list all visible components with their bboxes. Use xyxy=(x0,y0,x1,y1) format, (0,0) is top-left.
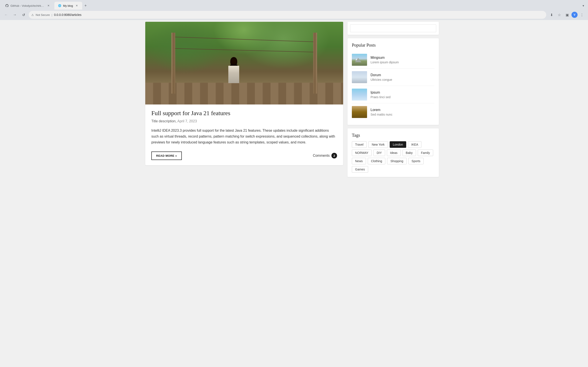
popular-post-2-desc: Praes tinci sed xyxy=(371,95,391,99)
tag-norway[interactable]: NORWAY xyxy=(352,150,372,156)
article-title: Full support for Java 21 features xyxy=(151,110,337,117)
myblog-favicon: 🌐 xyxy=(58,4,61,7)
url-bar[interactable]: ⚠ Not Secure | 0.0.0.0:8080/articles xyxy=(29,11,546,19)
reload-button[interactable]: ↺ xyxy=(20,11,27,18)
popular-post-3-desc: Sed mattis nunc xyxy=(371,113,392,116)
download-button[interactable]: ⬇ xyxy=(548,11,555,18)
search-input[interactable] xyxy=(350,24,436,32)
security-warning-icon: ⚠ xyxy=(31,13,34,17)
article-hero-image xyxy=(145,22,343,104)
read-more-button[interactable]: READ MORE » xyxy=(151,151,182,160)
forward-button[interactable]: → xyxy=(11,11,18,18)
sidebar: Popular Posts Mingsum Lorem ipsum dipsum xyxy=(347,22,439,177)
tag-games[interactable]: Games xyxy=(352,166,368,173)
tab-bar: GitHub - VolodyaVechirko/Blo... ✕ 🌐 My b… xyxy=(0,0,588,9)
tab-myblog[interactable]: 🌐 My blog ✕ xyxy=(54,2,82,9)
menu-button[interactable]: ⋮ xyxy=(579,11,585,18)
tag-london[interactable]: London xyxy=(390,141,406,148)
back-button[interactable]: ← xyxy=(3,11,9,18)
popular-post-3-thumb xyxy=(352,106,367,118)
github-tab-close[interactable]: ✕ xyxy=(47,4,50,8)
tag-ikea[interactable]: IKEA xyxy=(408,141,421,148)
mountain-peak xyxy=(355,58,362,62)
article-meta-prefix: Title description, xyxy=(151,119,177,123)
tag-diy[interactable]: DIY xyxy=(373,150,385,156)
popular-post-3-info: Lorem Sed mattis nunc xyxy=(371,108,392,116)
myblog-tab-close[interactable]: ✕ xyxy=(75,4,79,8)
url-separator: | xyxy=(52,13,52,17)
popular-post-1-info: Dorum Ultricies congue xyxy=(371,73,392,81)
thumb-fog-img xyxy=(352,71,367,83)
article-footer: READ MORE » Comments 2 xyxy=(151,151,337,160)
tags-section: Tags Travel New York London IKEA NORWAY … xyxy=(347,128,439,177)
popular-post-2-title[interactable]: Ipsum xyxy=(371,91,391,94)
bridge-post-left xyxy=(171,33,175,94)
comments-badge[interactable]: Comments 2 xyxy=(313,153,337,158)
tag-news[interactable]: News xyxy=(352,158,366,164)
popular-post-3: Lorem Sed mattis nunc xyxy=(352,103,435,121)
tag-travel[interactable]: Travel xyxy=(352,141,367,148)
popular-post-0-info: Mingsum Lorem ipsum dipsum xyxy=(371,56,399,64)
thumb-mountains-img xyxy=(352,54,367,66)
new-tab-button[interactable]: + xyxy=(83,3,89,9)
extensions-button[interactable]: ▣ xyxy=(564,11,571,18)
comments-label: Comments xyxy=(313,154,330,158)
github-favicon xyxy=(5,4,9,7)
hero-scene xyxy=(145,22,343,104)
profile-avatar[interactable]: V xyxy=(572,12,578,18)
myblog-tab-title: My blog xyxy=(63,4,73,7)
popular-post-1-thumb xyxy=(352,71,367,83)
popular-post-3-title[interactable]: Lorem xyxy=(371,108,392,112)
popular-post-2-info: Ipsum Praes tinci sed xyxy=(371,91,391,99)
bookmark-button[interactable]: ☆ xyxy=(556,11,563,18)
article-card: Full support for Java 21 features Title … xyxy=(145,22,343,165)
person-silhouette xyxy=(228,57,239,83)
thumb-cable-img xyxy=(352,89,367,100)
article-date: April 7, 2023 xyxy=(177,119,197,123)
popular-post-0-thumb xyxy=(352,54,367,66)
article-body-text: IntelliJ IDEA 2023.3 provides full suppo… xyxy=(151,128,337,145)
popular-post-2: Ipsum Praes tinci sed xyxy=(352,86,435,103)
popular-posts-title: Popular Posts xyxy=(352,43,435,48)
not-secure-label: Not Secure xyxy=(36,13,50,17)
tag-sports[interactable]: Sports xyxy=(408,158,424,164)
tab-dropdown-button[interactable]: ▾ xyxy=(580,3,586,9)
comments-count: 2 xyxy=(331,153,337,158)
address-bar: ← → ↺ ⚠ Not Secure | 0.0.0.0:8080/articl… xyxy=(0,9,588,20)
page-content: Full support for Java 21 features Title … xyxy=(142,18,446,180)
article-body: Full support for Java 21 features Title … xyxy=(145,104,343,165)
popular-post-1-desc: Ultricies congue xyxy=(371,78,392,81)
tags-container: Travel New York London IKEA NORWAY DIY I… xyxy=(352,141,435,173)
tag-new-york[interactable]: New York xyxy=(368,141,388,148)
popular-post-1-title[interactable]: Dorum xyxy=(371,73,392,77)
tag-baby[interactable]: Baby xyxy=(403,150,416,156)
popular-post-0-title[interactable]: Mingsum xyxy=(371,56,399,60)
tag-clothing[interactable]: Clothing xyxy=(368,158,385,164)
popular-post-2-thumb xyxy=(352,89,367,100)
popular-post-0-desc: Lorem ipsum dipsum xyxy=(371,60,399,64)
bridge-post-right xyxy=(313,33,317,94)
popular-post-0: Mingsum Lorem ipsum dipsum xyxy=(352,51,435,68)
browser-chrome: GitHub - VolodyaVechirko/Blo... ✕ 🌐 My b… xyxy=(0,0,588,20)
person-head xyxy=(230,57,237,66)
github-tab-title: GitHub - VolodyaVechirko/Blo... xyxy=(10,4,45,7)
tag-shopping[interactable]: Shopping xyxy=(387,158,406,164)
popular-posts-section: Popular Posts Mingsum Lorem ipsum dipsum xyxy=(347,38,439,125)
popular-post-1: Dorum Ultricies congue xyxy=(352,68,435,86)
sidebar-search xyxy=(347,22,439,35)
tags-title: Tags xyxy=(352,133,435,138)
article-meta: Title description, April 7, 2023 xyxy=(151,119,337,123)
url-text: 0.0.0.0:8080/articles xyxy=(54,13,544,17)
tag-ideas[interactable]: Ideas xyxy=(387,150,401,156)
tag-family[interactable]: Family xyxy=(418,150,433,156)
tab-github[interactable]: GitHub - VolodyaVechirko/Blo... ✕ xyxy=(2,2,54,9)
toolbar-actions: ⬇ ☆ ▣ V ⋮ xyxy=(548,11,585,18)
thumb-tools-img xyxy=(352,106,367,118)
main-content: Full support for Java 21 features Title … xyxy=(145,22,343,165)
person-torso xyxy=(228,66,239,83)
